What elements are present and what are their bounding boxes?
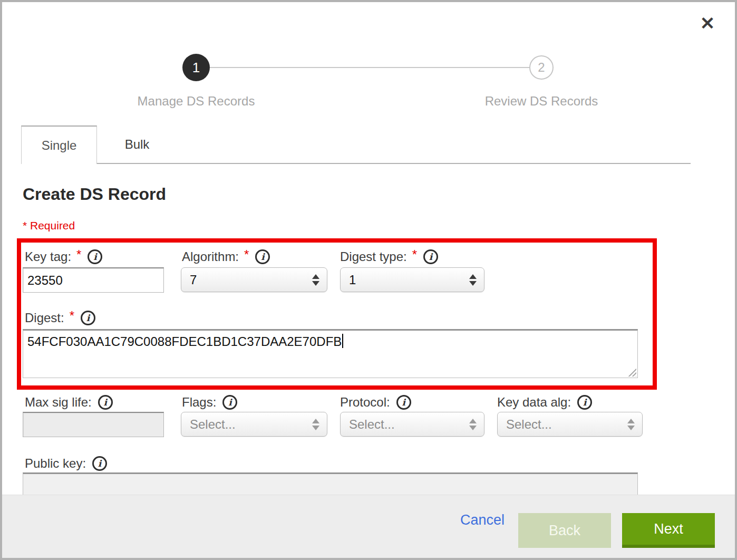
stepper-step-2-circle: 2 [529, 55, 554, 80]
create-ds-record-modal: ✕ 1 2 Manage DS Records Review DS Record… [0, 0, 737, 560]
text-cursor [342, 334, 343, 348]
key-tag-label-text: Key tag: [25, 249, 71, 264]
public-key-label: Public key: i [25, 456, 107, 471]
digest-type-select-value: 1 [349, 273, 469, 287]
algorithm-info-icon[interactable]: i [255, 249, 270, 264]
protocol-info-icon[interactable]: i [396, 395, 411, 410]
tab-divider [97, 163, 691, 164]
digest-type-label-text: Digest type: [340, 249, 407, 264]
flags-select-value: Select... [190, 417, 312, 432]
protocol-label: Protocol: i [340, 394, 411, 410]
page-title: Create DS Record [23, 185, 166, 204]
cancel-button[interactable]: Cancel [460, 512, 505, 528]
max-sig-life-input[interactable] [23, 412, 164, 437]
stepper-step-1-label: Manage DS Records [112, 94, 280, 109]
flags-select[interactable]: Select... [181, 412, 327, 437]
digest-info-icon[interactable]: i [81, 311, 95, 325]
key-data-alg-select[interactable]: Select... [497, 412, 643, 437]
max-sig-life-label: Max sig life: i [25, 394, 113, 410]
stepper-step-1-circle: 1 [182, 54, 210, 81]
max-sig-life-info-icon[interactable]: i [98, 395, 113, 410]
key-tag-required-asterisk: * [76, 247, 81, 262]
key-tag-input-value: 23550 [27, 273, 63, 287]
key-tag-label: Key tag: * i [25, 249, 102, 265]
close-icon[interactable]: ✕ [696, 12, 719, 35]
tab-single[interactable]: Single [21, 125, 97, 164]
select-arrows-icon [469, 419, 477, 430]
flags-label-text: Flags: [182, 395, 216, 410]
key-data-alg-select-value: Select... [506, 417, 627, 432]
digest-type-info-icon[interactable]: i [423, 249, 438, 264]
digest-type-select[interactable]: 1 [340, 267, 484, 292]
key-data-alg-info-icon[interactable]: i [577, 395, 592, 410]
resize-grip-icon[interactable] [627, 368, 636, 376]
max-sig-life-label-text: Max sig life: [25, 395, 92, 410]
algorithm-required-asterisk: * [244, 247, 249, 262]
digest-textarea[interactable]: 54FCF030AA1C79C0088FDEC1BD1C37DAA2E70DFB [23, 329, 638, 378]
tab-bulk[interactable]: Bulk [105, 125, 169, 163]
back-button[interactable]: Back [518, 513, 611, 548]
flags-label: Flags: i [182, 394, 237, 410]
stepper-step-1-number: 1 [192, 60, 200, 75]
key-tag-info-icon[interactable]: i [88, 249, 102, 264]
digest-textarea-value: 54FCF030AA1C79C0088FDEC1BD1C37DAA2E70DFB [27, 334, 342, 349]
digest-type-required-asterisk: * [412, 247, 417, 262]
algorithm-select-value: 7 [190, 273, 312, 287]
public-key-label-text: Public key: [25, 456, 86, 471]
algorithm-label-text: Algorithm: [182, 249, 239, 264]
public-key-info-icon[interactable]: i [92, 456, 107, 471]
key-data-alg-label-text: Key data alg: [497, 395, 571, 410]
digest-type-label: Digest type: * i [340, 249, 438, 265]
key-data-alg-label: Key data alg: i [497, 394, 592, 410]
algorithm-label: Algorithm: * i [182, 249, 270, 265]
flags-info-icon[interactable]: i [222, 395, 237, 410]
key-tag-input[interactable]: 23550 [23, 267, 164, 293]
select-arrows-icon [469, 274, 477, 286]
next-button[interactable]: Next [622, 513, 715, 548]
stepper-step-2-number: 2 [538, 60, 545, 74]
digest-label-text: Digest: [25, 311, 64, 325]
protocol-select-value: Select... [349, 417, 469, 432]
algorithm-select[interactable]: 7 [181, 267, 327, 292]
required-note: * Required [23, 219, 75, 232]
select-arrows-icon [627, 419, 635, 430]
protocol-select[interactable]: Select... [340, 412, 484, 437]
stepper-step-2-label: Review DS Records [457, 94, 626, 109]
stepper-connector [210, 67, 530, 68]
digest-label: Digest: * i [25, 310, 95, 326]
protocol-label-text: Protocol: [340, 395, 390, 410]
select-arrows-icon [312, 274, 319, 286]
modal-footer: Cancel Back Next [2, 495, 735, 558]
digest-required-asterisk: * [70, 308, 74, 323]
select-arrows-icon [312, 419, 319, 430]
